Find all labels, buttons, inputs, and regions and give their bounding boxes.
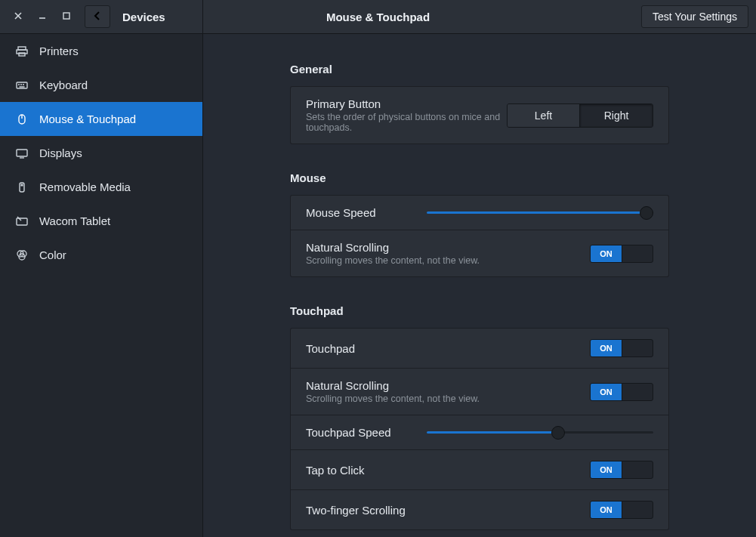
panel-mouse: Mouse Speed Natural Scrolling Scrolling … bbox=[290, 195, 669, 277]
svg-rect-18 bbox=[17, 218, 27, 225]
switch-on-label: ON bbox=[591, 245, 622, 262]
settings-content: General Primary Button Sets the order of… bbox=[203, 34, 756, 537]
touchpad-natural-scroll-desc: Scrolling moves the content, not the vie… bbox=[306, 393, 590, 404]
window-maximize-button[interactable] bbox=[54, 6, 79, 27]
touchpad-natural-scroll-label: Natural Scrolling bbox=[306, 379, 590, 392]
section-title-mouse: Mouse bbox=[290, 171, 669, 184]
touchpad-natural-scroll-switch[interactable]: ON bbox=[590, 383, 653, 401]
sidebar: Printers Keyboard Mouse & Touchpad Displ… bbox=[0, 34, 203, 537]
primary-button-desc: Sets the order of physical buttons on mi… bbox=[306, 112, 507, 133]
mouse-icon bbox=[15, 113, 29, 126]
tap-to-click-switch[interactable]: ON bbox=[590, 461, 653, 479]
headerbar: Devices Mouse & Touchpad Test Your Setti… bbox=[0, 0, 756, 34]
mouse-speed-label: Mouse Speed bbox=[306, 206, 397, 219]
sidebar-item-printers[interactable]: Printers bbox=[0, 34, 202, 68]
row-touchpad-enabled: Touchpad ON bbox=[291, 329, 668, 369]
mouse-natural-scroll-label: Natural Scrolling bbox=[306, 241, 590, 254]
mouse-speed-slider[interactable] bbox=[427, 207, 653, 219]
close-icon bbox=[14, 11, 22, 22]
touchpad-speed-label: Touchpad Speed bbox=[306, 426, 397, 439]
removable-media-icon bbox=[15, 181, 29, 194]
svg-rect-6 bbox=[19, 53, 25, 56]
printer-icon bbox=[15, 45, 29, 58]
sidebar-item-label: Mouse & Touchpad bbox=[39, 113, 136, 125]
panel-general: Primary Button Sets the order of physica… bbox=[290, 86, 669, 144]
svg-rect-7 bbox=[17, 82, 27, 88]
row-primary-button: Primary Button Sets the order of physica… bbox=[291, 87, 668, 144]
color-icon bbox=[15, 248, 29, 262]
row-mouse-speed: Mouse Speed bbox=[291, 196, 668, 230]
display-icon bbox=[15, 147, 29, 160]
touchpad-speed-thumb bbox=[551, 426, 565, 440]
row-text: Touchpad bbox=[306, 342, 590, 355]
headerbar-left: Devices bbox=[0, 0, 203, 33]
sidebar-item-removable-media[interactable]: Removable Media bbox=[0, 170, 202, 204]
primary-button-left[interactable]: Left bbox=[508, 104, 580, 127]
row-text: Two-finger Scrolling bbox=[306, 504, 590, 517]
tablet-icon bbox=[15, 214, 29, 228]
window-controls bbox=[6, 6, 79, 27]
primary-button-label: Primary Button bbox=[306, 97, 507, 110]
row-text: Tap to Click bbox=[306, 464, 590, 477]
svg-rect-3 bbox=[63, 13, 69, 19]
row-mouse-natural-scrolling: Natural Scrolling Scrolling moves the co… bbox=[291, 230, 668, 276]
window-minimize-button[interactable] bbox=[30, 6, 54, 27]
primary-button-segmented: Left Right bbox=[507, 103, 653, 128]
keyboard-icon bbox=[15, 79, 29, 92]
svg-rect-14 bbox=[17, 150, 27, 156]
primary-button-right[interactable]: Right bbox=[580, 104, 653, 127]
sidebar-title: Devices bbox=[122, 11, 165, 23]
tap-to-click-label: Tap to Click bbox=[306, 464, 590, 477]
switch-on-label: ON bbox=[591, 502, 622, 518]
row-text: Natural Scrolling Scrolling moves the co… bbox=[306, 379, 590, 404]
section-title-general: General bbox=[290, 63, 669, 76]
sidebar-item-keyboard[interactable]: Keyboard bbox=[0, 68, 202, 102]
row-two-finger-scrolling: Two-finger Scrolling ON bbox=[291, 490, 668, 529]
touchpad-label: Touchpad bbox=[306, 342, 590, 355]
row-tap-to-click: Tap to Click ON bbox=[291, 450, 668, 490]
back-button[interactable] bbox=[85, 5, 110, 28]
touchpad-enabled-switch[interactable]: ON bbox=[590, 339, 653, 357]
sidebar-item-label: Removable Media bbox=[39, 181, 131, 193]
switch-on-label: ON bbox=[591, 340, 622, 356]
sidebar-item-label: Wacom Tablet bbox=[39, 214, 110, 227]
touchpad-speed-fill bbox=[427, 431, 558, 434]
sidebar-item-label: Displays bbox=[39, 147, 82, 159]
section-title-touchpad: Touchpad bbox=[290, 304, 669, 317]
two-finger-scroll-switch[interactable]: ON bbox=[590, 501, 653, 519]
mouse-natural-scroll-switch[interactable]: ON bbox=[590, 245, 653, 263]
row-text: Natural Scrolling Scrolling moves the co… bbox=[306, 241, 590, 266]
switch-on-label: ON bbox=[591, 461, 622, 478]
switch-on-label: ON bbox=[591, 384, 622, 400]
mouse-speed-thumb bbox=[640, 206, 653, 220]
two-finger-scroll-label: Two-finger Scrolling bbox=[306, 504, 590, 517]
window-close-button[interactable] bbox=[6, 6, 30, 27]
row-text: Primary Button Sets the order of physica… bbox=[306, 97, 507, 133]
sidebar-item-label: Color bbox=[39, 248, 66, 261]
row-touchpad-speed: Touchpad Speed bbox=[291, 415, 668, 450]
sidebar-item-displays[interactable]: Displays bbox=[0, 136, 202, 170]
sidebar-item-label: Printers bbox=[39, 45, 79, 57]
sidebar-item-wacom-tablet[interactable]: Wacom Tablet bbox=[0, 204, 202, 238]
touchpad-speed-slider[interactable] bbox=[427, 427, 653, 439]
minimize-icon bbox=[39, 11, 46, 22]
sidebar-item-label: Keyboard bbox=[39, 79, 88, 91]
headerbar-right: Test Your Settings bbox=[641, 5, 756, 28]
sidebar-item-mouse-touchpad[interactable]: Mouse & Touchpad bbox=[0, 102, 202, 136]
panel-touchpad: Touchpad ON Natural Scrolling Scrolling … bbox=[290, 328, 669, 530]
sidebar-item-color[interactable]: Color bbox=[0, 238, 202, 272]
page-title: Mouse & Touchpad bbox=[326, 11, 430, 23]
row-touchpad-natural-scrolling: Natural Scrolling Scrolling moves the co… bbox=[291, 369, 668, 415]
maximize-icon bbox=[63, 11, 70, 22]
test-settings-button[interactable]: Test Your Settings bbox=[641, 5, 748, 28]
chevron-left-icon bbox=[92, 11, 103, 23]
mouse-speed-fill bbox=[427, 211, 646, 214]
mouse-natural-scroll-desc: Scrolling moves the content, not the vie… bbox=[306, 255, 590, 266]
svg-rect-17 bbox=[21, 184, 23, 186]
